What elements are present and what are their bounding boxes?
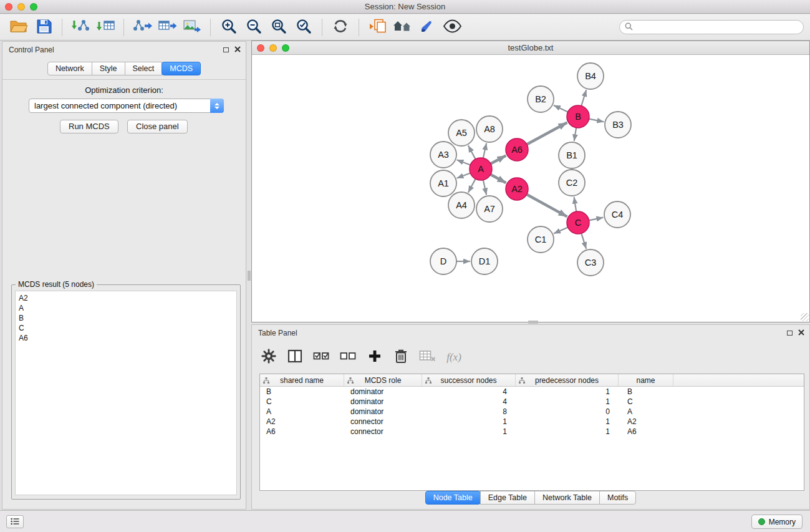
vertical-splitter[interactable] bbox=[247, 41, 251, 510]
table-cell[interactable]: A2 bbox=[260, 417, 344, 427]
close-panel-button[interactable]: Close panel bbox=[127, 120, 188, 133]
table-cell[interactable]: 1 bbox=[516, 417, 619, 427]
table-cell[interactable]: B bbox=[260, 387, 344, 397]
refresh-button[interactable] bbox=[330, 17, 351, 38]
network-edge-A-A8[interactable] bbox=[483, 143, 486, 158]
network-node-D1[interactable]: D1 bbox=[471, 248, 498, 274]
network-edge-C-C1[interactable] bbox=[554, 227, 568, 233]
network-edge-C-C3[interactable] bbox=[581, 233, 586, 249]
table-cell[interactable]: dominator bbox=[344, 397, 422, 407]
tab-edge-table[interactable]: Edge Table bbox=[480, 491, 535, 505]
minimize-network-window-button[interactable] bbox=[269, 44, 277, 52]
tab-network-table[interactable]: Network Table bbox=[534, 491, 600, 505]
network-node-B2[interactable]: B2 bbox=[528, 86, 554, 112]
table-cell[interactable]: 8 bbox=[422, 407, 516, 417]
delete-button[interactable] bbox=[393, 348, 409, 367]
network-node-D[interactable]: D bbox=[430, 248, 456, 274]
table-cell[interactable]: A bbox=[260, 407, 344, 417]
close-network-window-button[interactable] bbox=[257, 44, 264, 52]
mcds-result-item[interactable]: B bbox=[19, 313, 233, 323]
deselect-all-button[interactable] bbox=[340, 348, 357, 367]
column-header-shared-name[interactable]: shared name bbox=[260, 374, 344, 386]
table-cell[interactable]: 1 bbox=[422, 417, 516, 427]
network-edge-A-A7[interactable] bbox=[483, 180, 486, 195]
network-canvas[interactable]: B4B2BB3A5A8A6A3B1AA1C2A2A4A7C4CC1C3DD1 bbox=[252, 56, 809, 322]
open-folder-button[interactable] bbox=[8, 17, 29, 38]
network-node-B3[interactable]: B3 bbox=[605, 112, 631, 138]
table-row[interactable]: A6connector11A6 bbox=[260, 427, 804, 437]
table-cell[interactable]: C bbox=[619, 397, 673, 407]
memory-button[interactable]: Memory bbox=[751, 515, 803, 529]
network-node-A3[interactable]: A3 bbox=[430, 142, 456, 168]
network-node-C2[interactable]: C2 bbox=[559, 170, 585, 196]
table-row[interactable]: Cdominator41C bbox=[260, 397, 804, 407]
column-header-successor-nodes[interactable]: successor nodes bbox=[422, 374, 516, 386]
network-node-C4[interactable]: C4 bbox=[604, 201, 630, 228]
float-panel-icon[interactable] bbox=[787, 331, 793, 336]
table-cell[interactable]: 4 bbox=[422, 397, 516, 407]
network-node-B4[interactable]: B4 bbox=[577, 63, 604, 89]
mcds-result-list[interactable]: A2ABCA6 bbox=[15, 291, 237, 495]
table-cell[interactable]: 0 bbox=[516, 407, 619, 417]
network-edge-A2-C[interactable] bbox=[527, 195, 567, 217]
table-cell[interactable]: B bbox=[619, 387, 673, 397]
table-cell[interactable]: 1 bbox=[516, 427, 619, 437]
network-edge-B-B2[interactable] bbox=[554, 105, 568, 112]
network-edge-A-A5[interactable] bbox=[468, 145, 476, 159]
close-panel-icon[interactable] bbox=[798, 329, 804, 337]
close-window-button[interactable] bbox=[5, 3, 12, 11]
export-network-button[interactable] bbox=[132, 17, 153, 38]
zoom-out-button[interactable] bbox=[243, 17, 264, 38]
mcds-result-item[interactable]: A bbox=[19, 303, 233, 313]
criterion-dropdown[interactable]: largest connected component (directed) bbox=[29, 99, 224, 113]
tab-network[interactable]: Network bbox=[47, 62, 92, 75]
network-node-A8[interactable]: A8 bbox=[476, 116, 503, 142]
network-edge-B-B3[interactable] bbox=[589, 119, 604, 122]
table-cell[interactable]: 1 bbox=[422, 427, 516, 437]
minimize-window-button[interactable] bbox=[17, 3, 25, 11]
network-edge-A-A6[interactable] bbox=[491, 155, 506, 163]
import-table-button[interactable] bbox=[95, 17, 116, 38]
add-button[interactable] bbox=[367, 348, 383, 367]
network-edge-B-B1[interactable] bbox=[574, 128, 576, 142]
network-node-A6[interactable]: A6 bbox=[506, 138, 528, 161]
network-edge-B-B4[interactable] bbox=[581, 90, 586, 106]
home-button[interactable] bbox=[392, 17, 413, 38]
network-edge-A-A3[interactable] bbox=[456, 160, 470, 165]
splitter-handle[interactable] bbox=[248, 271, 251, 281]
table-row[interactable]: A2connector11A2 bbox=[260, 417, 804, 427]
splitter-handle[interactable] bbox=[528, 321, 538, 324]
network-edge-C-C2[interactable] bbox=[574, 197, 577, 211]
task-history-button[interactable] bbox=[6, 515, 24, 528]
tab-node-table[interactable]: Node Table bbox=[425, 491, 481, 505]
first-neighbors-button[interactable] bbox=[367, 17, 388, 38]
network-node-A1[interactable]: A1 bbox=[430, 170, 456, 196]
select-all-button[interactable] bbox=[313, 348, 330, 367]
network-node-C[interactable]: C bbox=[567, 211, 589, 234]
table-cell[interactable]: 4 bbox=[422, 387, 516, 397]
table-cell[interactable]: 1 bbox=[516, 387, 619, 397]
zoom-fit-button[interactable] bbox=[268, 17, 289, 38]
zoom-selected-button[interactable] bbox=[293, 17, 314, 38]
search-input[interactable] bbox=[636, 22, 798, 32]
table-cell[interactable]: connector bbox=[344, 427, 422, 437]
network-node-A7[interactable]: A7 bbox=[476, 196, 503, 222]
network-node-C3[interactable]: C3 bbox=[577, 249, 604, 276]
run-mcds-button[interactable]: Run MCDS bbox=[60, 120, 118, 133]
network-node-B[interactable]: B bbox=[567, 105, 589, 128]
apply-style-button[interactable] bbox=[417, 17, 438, 38]
tab-select[interactable]: Select bbox=[125, 62, 163, 75]
table-cell[interactable]: dominator bbox=[344, 407, 422, 417]
network-node-C1[interactable]: C1 bbox=[528, 226, 554, 253]
network-node-A4[interactable]: A4 bbox=[448, 192, 475, 218]
table-cell[interactable]: dominator bbox=[344, 387, 422, 397]
network-edge-C-C4[interactable] bbox=[589, 218, 604, 221]
column-header-mcds-role[interactable]: MCDS role bbox=[344, 374, 422, 386]
resize-grip[interactable] bbox=[801, 313, 809, 321]
network-edge-A-A2[interactable] bbox=[491, 175, 506, 183]
network-edge-A-A4[interactable] bbox=[468, 179, 476, 193]
float-panel-icon[interactable] bbox=[223, 47, 229, 52]
network-node-B1[interactable]: B1 bbox=[559, 142, 585, 168]
zoom-window-button[interactable] bbox=[30, 3, 37, 11]
graphics-details-button[interactable] bbox=[441, 17, 463, 38]
